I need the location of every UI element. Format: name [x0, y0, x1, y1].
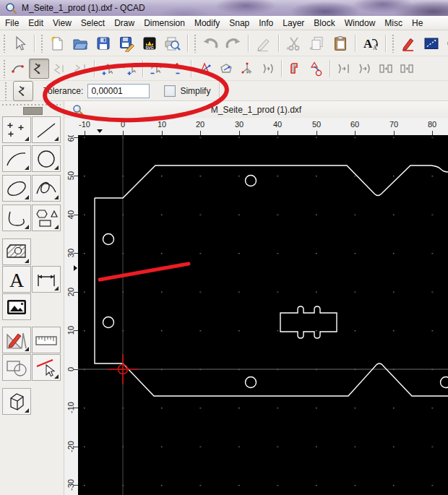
window-title: M_Seite_1_prod (1).dxf - QCAD	[22, 3, 145, 13]
tolerance-input[interactable]	[87, 84, 150, 98]
hatch-tools-button[interactable]	[2, 238, 31, 265]
trim-segments-icon[interactable]	[237, 59, 257, 79]
text-edit-icon[interactable]: AA	[360, 33, 382, 54]
ellipse-slash-icon[interactable]	[444, 33, 448, 54]
polygon-arrow-icon[interactable]	[216, 59, 236, 79]
point-tools-button[interactable]	[2, 116, 31, 143]
main-toolbar: SVG AA	[0, 30, 448, 56]
drawing-canvas[interactable]	[78, 135, 448, 495]
image-tool-icon	[4, 296, 29, 318]
separator	[281, 60, 283, 77]
red-pencil-icon[interactable]	[397, 33, 419, 54]
menu-edit[interactable]: Edit	[28, 18, 43, 28]
menu-info[interactable]: Info	[259, 18, 273, 28]
spline-tools-button[interactable]	[32, 175, 61, 202]
menu-view[interactable]: View	[53, 18, 72, 28]
menu-block[interactable]: Block	[314, 18, 335, 28]
arc-tools-button[interactable]	[2, 145, 31, 172]
box-right-icon[interactable]	[397, 59, 417, 79]
polyline-edit-active-icon[interactable]	[29, 59, 49, 79]
menu-modify[interactable]: Modify	[194, 18, 220, 28]
save-as-icon[interactable]	[116, 33, 137, 54]
polyline-tools-button[interactable]	[2, 205, 31, 231]
print-preview-icon[interactable]	[162, 33, 184, 54]
redo-icon[interactable]	[223, 33, 244, 54]
image-tool-button[interactable]	[2, 293, 31, 320]
add-node-icon[interactable]	[98, 59, 119, 79]
separator	[191, 60, 192, 77]
paste-clipboard-icon[interactable]	[329, 33, 351, 54]
menu-draw[interactable]: Draw	[114, 18, 134, 28]
qcad-window: M_Seite_1_prod (1).dxf - QCAD File Edit …	[0, 0, 448, 495]
menu-misc[interactable]: Misc	[384, 18, 402, 28]
copy-icon[interactable]	[306, 33, 328, 54]
append-node-icon[interactable]	[119, 59, 139, 79]
menu-file[interactable]: File	[5, 18, 19, 28]
cut-scissors-icon[interactable]	[283, 33, 305, 54]
reverse-icon[interactable]	[258, 59, 278, 79]
open-folder-icon[interactable]	[69, 33, 91, 54]
solid-3d-tools-button[interactable]	[2, 388, 31, 415]
separator	[385, 35, 387, 52]
menu-window[interactable]: Window	[345, 18, 376, 28]
pointer-icon[interactable]	[9, 33, 30, 54]
circle-tools-button[interactable]	[32, 145, 61, 172]
toolbar-grip[interactable]	[3, 59, 6, 78]
hruler-label: 0	[121, 120, 125, 129]
length-to-point-icon[interactable]	[334, 59, 354, 79]
polyline-toolbar	[0, 56, 448, 81]
modify-tools-icon	[34, 357, 59, 379]
delete-segment-icon[interactable]	[168, 59, 188, 79]
shape-tools-button[interactable]	[32, 205, 61, 231]
separator	[34, 35, 35, 52]
measure-ruler-icon	[34, 330, 59, 351]
circle-tools-icon	[34, 148, 59, 170]
polyline-draw-icon[interactable]	[8, 59, 28, 79]
hruler-cursor-marker	[97, 129, 103, 133]
document-title: M_Seite_1_prod (1).dxf	[64, 105, 448, 115]
dimension-tools-button[interactable]	[32, 266, 61, 293]
offset-icon[interactable]	[285, 59, 306, 79]
save-icon[interactable]	[92, 33, 114, 54]
ellipse-tools-button[interactable]	[2, 175, 31, 202]
delete-node-icon[interactable]	[147, 59, 167, 79]
text-tool-button[interactable]: A	[2, 266, 31, 293]
morph-a-icon[interactable]	[195, 59, 215, 79]
hruler-label: 50	[312, 120, 321, 129]
svg-export-icon[interactable]: SVG	[139, 33, 160, 54]
undo-icon[interactable]	[199, 33, 221, 54]
vruler-label: 60	[66, 135, 75, 145]
panel-handle[interactable]	[23, 107, 43, 115]
solid-3d-tools-icon	[4, 390, 29, 413]
toolbar-grip[interactable]	[392, 34, 395, 53]
polyline-variant-2-icon[interactable]	[71, 59, 91, 79]
edit-pencil-icon[interactable]	[253, 33, 275, 54]
modify-tools-button[interactable]	[32, 354, 61, 381]
measure-ruler-button[interactable]	[32, 327, 61, 353]
toolbar-grip[interactable]	[4, 82, 7, 100]
hatch-tools-icon	[4, 241, 29, 263]
menu-select[interactable]: Select	[81, 18, 105, 28]
menu-snap[interactable]: Snap	[229, 18, 249, 28]
toolbar-grip[interactable]	[3, 34, 6, 53]
active-tool-button[interactable]	[13, 81, 33, 101]
menu-layer[interactable]: Layer	[283, 18, 304, 28]
simplify-checkbox[interactable]	[164, 85, 176, 97]
triangle-to-circle-icon[interactable]	[306, 59, 327, 79]
toolbar-grip[interactable]	[194, 34, 197, 53]
selection-tools-button[interactable]	[2, 354, 31, 381]
line-tools-button[interactable]	[32, 116, 61, 143]
drawing-prefs-icon[interactable]	[421, 33, 442, 54]
menu-dimension[interactable]: Dimension	[144, 18, 185, 28]
new-file-icon[interactable]	[46, 33, 68, 54]
menu-help[interactable]: He	[412, 18, 423, 28]
document-titlebar[interactable]: M_Seite_1_prod (1).dxf	[64, 101, 448, 118]
separator	[219, 82, 220, 100]
grid-dots	[78, 135, 448, 495]
options-toolbar: Tolerance: Simplify	[0, 81, 448, 101]
box-left-icon[interactable]	[376, 59, 396, 79]
length-arcs-icon[interactable]	[355, 59, 375, 79]
toolbar-grip[interactable]	[40, 34, 43, 53]
polyline-variant-1-icon[interactable]	[50, 59, 70, 79]
draw-settings-button[interactable]	[2, 327, 31, 353]
